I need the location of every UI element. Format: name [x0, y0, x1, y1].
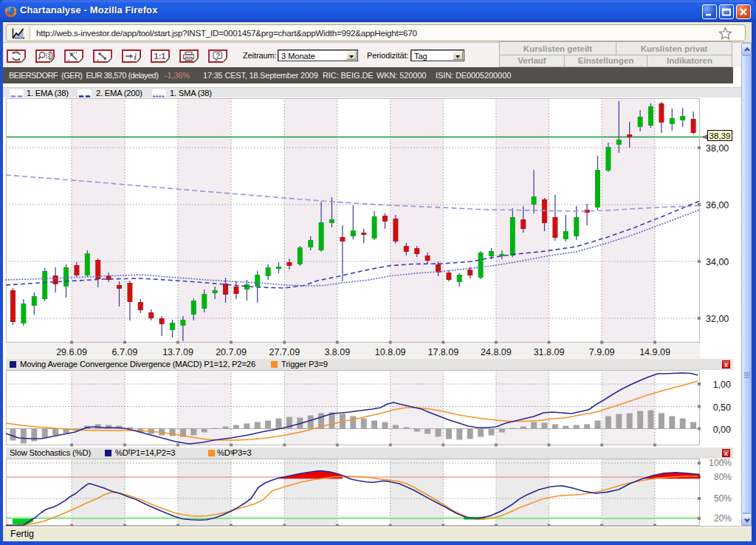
svg-text:32,00: 32,00	[706, 314, 729, 324]
svg-text:17.8.09: 17.8.09	[427, 347, 458, 357]
svg-text:1,00: 1,00	[713, 380, 731, 390]
svg-text:27.7.09: 27.7.09	[269, 347, 300, 357]
svg-text:6.7.09: 6.7.09	[112, 347, 138, 357]
svg-text:31.8.09: 31.8.09	[534, 347, 565, 357]
svg-text:36,00: 36,00	[706, 200, 729, 210]
svg-text:38,39: 38,39	[709, 131, 731, 140]
svg-text:20%: 20%	[714, 513, 732, 524]
svg-text:1:1: 1:1	[154, 52, 166, 61]
svg-text:0,50: 0,50	[713, 402, 731, 413]
svg-text:20.7.09: 20.7.09	[216, 347, 247, 357]
svg-text:i: i	[134, 52, 137, 62]
svg-text:29.6.09: 29.6.09	[56, 347, 87, 357]
svg-text:80%: 80%	[714, 472, 732, 482]
svg-text:0,00: 0,00	[713, 425, 731, 435]
svg-text:13.7.09: 13.7.09	[162, 347, 193, 357]
svg-text:14.9.09: 14.9.09	[639, 347, 670, 357]
svg-text:10.8.09: 10.8.09	[375, 347, 406, 357]
svg-text:34,00: 34,00	[706, 257, 729, 267]
svg-text:50%: 50%	[714, 493, 732, 504]
svg-text:100%: 100%	[709, 458, 732, 468]
svg-text:3.8.09: 3.8.09	[324, 347, 350, 357]
svg-text:?: ?	[216, 51, 220, 59]
svg-text:38,00: 38,00	[706, 143, 729, 154]
svg-text:24.8.09: 24.8.09	[481, 347, 512, 357]
svg-text:7.9.09: 7.9.09	[589, 347, 615, 357]
